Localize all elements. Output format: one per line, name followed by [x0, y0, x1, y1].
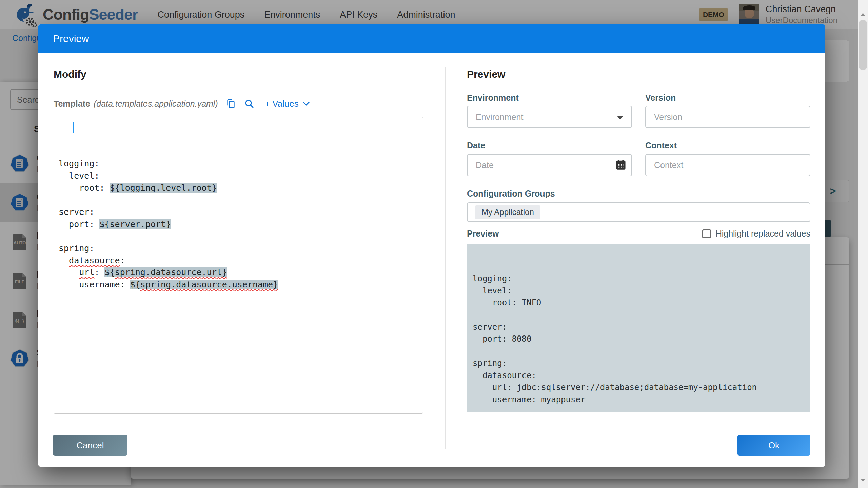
context-input[interactable]	[645, 154, 810, 176]
preview-modal: Preview Modify Preview Template (data.te…	[38, 24, 825, 467]
date-label: Date	[467, 141, 485, 150]
context-label: Context	[645, 141, 677, 150]
preview-output: logging: level: root: INFO server: port:…	[467, 244, 810, 412]
version-label: Version	[645, 93, 676, 103]
preview-line: logging:	[473, 273, 805, 285]
page-scrollbar[interactable]	[858, 0, 868, 488]
editor-line: spring:	[59, 242, 418, 255]
cancel-button[interactable]: Cancel	[53, 435, 127, 456]
editor-line: logging:	[59, 158, 418, 170]
highlight-checkbox-wrap: Highlight replaced values	[702, 229, 810, 239]
editor-line: port: ${server.port}	[59, 218, 418, 230]
preview-line: url: jdbc:sqlserver://database;database=…	[473, 382, 805, 394]
scrollbar-up-arrow[interactable]	[861, 13, 865, 16]
editor-line	[59, 194, 418, 206]
configuration-group-chip[interactable]: My Application	[475, 205, 540, 219]
modify-heading: Modify	[54, 68, 86, 80]
preview-line: server:	[473, 321, 805, 333]
highlight-checkbox-label: Highlight replaced values	[716, 229, 810, 239]
search-icon[interactable]	[244, 98, 255, 109]
environment-select-placeholder: Environment	[476, 112, 523, 122]
preview-line	[473, 345, 805, 358]
template-editor[interactable]: logging: level: root: ${logging.level.ro…	[54, 117, 423, 414]
date-input[interactable]	[467, 154, 632, 176]
configuration-groups-container: My Application	[467, 202, 810, 222]
chevron-down-icon	[302, 101, 310, 106]
values-toggle-label: + Values	[265, 99, 299, 109]
calendar-icon[interactable]	[616, 159, 626, 171]
text-cursor	[73, 122, 74, 133]
preview-line: spring:	[473, 358, 805, 370]
environment-select[interactable]: Environment	[467, 106, 632, 128]
values-toggle[interactable]: + Values	[265, 99, 310, 109]
scrollbar-down-arrow[interactable]	[861, 479, 865, 482]
preview-output-label: Preview	[467, 229, 499, 239]
preview-line	[473, 309, 805, 321]
modal-title: Preview	[53, 33, 89, 44]
preview-line: root: INFO	[473, 297, 805, 309]
preview-line: username: myappuser	[473, 394, 805, 406]
template-filename: (data.templates.application.yaml)	[94, 99, 218, 109]
editor-line: username: ${spring.datasource.username}	[59, 279, 418, 291]
select-caret-icon	[617, 116, 623, 120]
preview-heading: Preview	[467, 68, 505, 80]
column-divider	[445, 67, 446, 449]
preview-line: datasource:	[473, 370, 805, 382]
preview-row: Preview Highlight replaced values	[467, 229, 810, 239]
template-row: Template (data.templates.application.yam…	[54, 96, 310, 111]
editor-line: server:	[59, 206, 418, 218]
highlight-checkbox[interactable]	[702, 229, 711, 238]
environment-label: Environment	[467, 93, 519, 103]
editor-line: root: ${logging.level.root}	[59, 182, 418, 194]
modal-header: Preview	[38, 24, 825, 53]
copy-icon[interactable]	[225, 98, 236, 109]
ok-button[interactable]: Ok	[737, 435, 810, 456]
version-input[interactable]	[645, 106, 810, 128]
preview-line: level:	[473, 285, 805, 297]
scrollbar-thumb[interactable]	[859, 20, 867, 70]
template-label: Template	[54, 99, 90, 109]
configuration-groups-label: Configuration Groups	[467, 189, 555, 199]
editor-line: datasource:	[59, 255, 418, 267]
preview-line: port: 8080	[473, 333, 805, 345]
editor-line: url: ${spring.datasource.url}	[59, 266, 418, 279]
editor-line: level:	[59, 170, 418, 182]
editor-line	[59, 230, 418, 242]
